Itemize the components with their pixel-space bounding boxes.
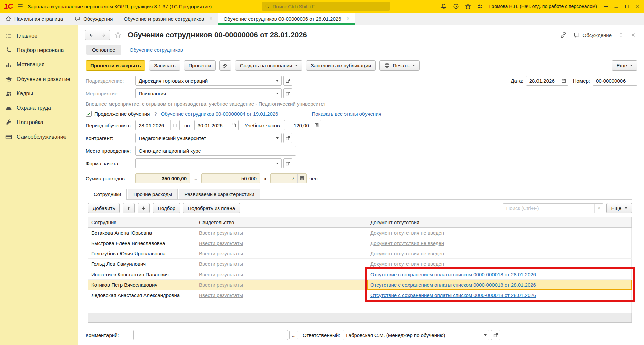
service-menu-icon[interactable]	[603, 4, 609, 9]
absence-document-link[interactable]: Отсутствие с сохранением оплаты списком …	[370, 282, 536, 288]
people-count-field[interactable]: 7	[270, 173, 307, 183]
tab-training-list[interactable]: Обучение и развитие сотрудников ×	[118, 13, 218, 25]
department-field[interactable]: Дирекция торговых операций	[135, 76, 282, 86]
grid-tab-employees[interactable]: Сотрудники	[88, 189, 127, 200]
help-icon[interactable]: ?	[154, 111, 157, 117]
dropdown-button[interactable]	[273, 133, 281, 143]
open-responsible-button[interactable]	[491, 330, 500, 340]
calendar-button[interactable]	[229, 120, 238, 130]
employee-cell[interactable]: Ледовская Анастасия Александровна	[88, 290, 196, 300]
more-menu-icon[interactable]	[618, 32, 624, 38]
hours-field[interactable]: 120,00	[284, 120, 321, 130]
enter-results-link[interactable]: Ввести результаты	[199, 261, 243, 267]
table-row-selected[interactable]: Котиков Петр Вячеславович Ввести результ…	[88, 280, 632, 290]
period-to-field[interactable]: 30.01.2026	[194, 120, 239, 130]
absence-cell[interactable]: Отсутствие с сохранением оплаты списком …	[367, 269, 632, 279]
get-link-icon[interactable]	[560, 32, 567, 38]
discussion-button[interactable]: Обсуждение	[573, 32, 612, 38]
history-icon[interactable]	[453, 3, 459, 10]
open-credit-form-button[interactable]	[283, 158, 292, 168]
certificate-cell[interactable]: Ввести результаты	[196, 269, 367, 279]
sidebar-item-motivation[interactable]: Мотивация	[0, 57, 78, 72]
certificate-cell[interactable]: Ввести результаты	[196, 259, 367, 269]
close-tab-icon[interactable]: ×	[209, 16, 212, 22]
close-form-icon[interactable]	[631, 32, 636, 38]
open-event-button[interactable]	[283, 88, 292, 98]
absence-cell[interactable]: Документ отсутствия не введен	[367, 238, 632, 248]
certificate-cell[interactable]: Ввести результаты	[196, 228, 367, 238]
grid-search[interactable]: ×	[503, 203, 603, 213]
enter-results-link[interactable]: Ввести результаты	[199, 240, 243, 246]
grid-tab-other-expenses[interactable]: Прочие расходы	[128, 189, 178, 199]
table-row[interactable]: Быстрова Елена Вячеславовна Ввести резул…	[88, 238, 632, 248]
subtab-training-link[interactable]: Обучение сотрудников	[130, 47, 183, 53]
discussions-users-icon[interactable]	[477, 3, 483, 10]
more-button[interactable]: Еще	[612, 60, 637, 71]
column-header-employee[interactable]: Сотрудник	[88, 217, 196, 227]
current-user[interactable]: Громова Н.П. (Нач. отд. по работе с перс…	[489, 4, 597, 9]
clear-search-icon[interactable]: ×	[594, 204, 603, 213]
notifications-icon[interactable]	[440, 3, 447, 10]
tab-training-document[interactable]: Обучение сотрудников 00-00000006 от 28.0…	[218, 13, 355, 25]
move-up-button[interactable]	[123, 203, 135, 213]
tab-discussions[interactable]: Обсуждения	[69, 13, 118, 25]
enter-results-link[interactable]: Ввести результаты	[199, 282, 243, 288]
enter-results-link[interactable]: Ввести результаты	[199, 230, 243, 236]
table-row[interactable]: Инокетиев Константин Павлович Ввести рез…	[88, 269, 632, 280]
event-field[interactable]: Психология	[135, 88, 282, 98]
column-header-absence[interactable]: Документ отсутствия	[367, 217, 632, 227]
back-button[interactable]	[85, 30, 97, 40]
sidebar-item-training[interactable]: Обучение и развитие	[0, 72, 78, 86]
absence-link[interactable]: Документ отсутствия не введен	[370, 240, 444, 246]
absence-link[interactable]: Документ отсутствия не введен	[370, 261, 444, 267]
absence-cell[interactable]: Документ отсутствия не введен	[367, 259, 632, 269]
employee-cell[interactable]: Котиков Петр Вячеславович	[88, 280, 196, 290]
post-button[interactable]: Провести	[184, 60, 216, 71]
responsible-field[interactable]: Габровская С.М. (Менеджер по обучению)	[343, 330, 489, 340]
amount-total-field[interactable]: 350 000,00	[135, 173, 190, 183]
table-row[interactable]: Гольд Лев Самуилович Ввести результаты Д…	[88, 259, 632, 269]
absence-cell[interactable]: Отсутствие с сохранением оплаты списком …	[367, 290, 632, 300]
close-window-icon[interactable]	[634, 4, 640, 9]
date-field[interactable]: 28.01.2026	[526, 76, 568, 86]
previous-training-link[interactable]: Обучение сотрудников 00-00000004 от 19.0…	[161, 111, 278, 117]
certificate-cell[interactable]: Ввести результаты	[196, 248, 367, 258]
credit-form-field[interactable]	[135, 158, 282, 168]
forward-button[interactable]	[97, 30, 110, 40]
calendar-button[interactable]	[559, 76, 568, 85]
tab-home[interactable]: Начальная страница	[0, 13, 69, 25]
add-to-favorites-button[interactable]	[114, 31, 122, 39]
enter-results-link[interactable]: Ввести результаты	[199, 292, 243, 298]
sidebar-item-main[interactable]: Главное	[0, 29, 78, 43]
dropdown-button[interactable]	[481, 330, 489, 340]
add-row-button[interactable]: Добавить	[88, 203, 120, 213]
absence-document-link[interactable]: Отсутствие с сохранением оплаты списком …	[370, 292, 536, 298]
employee-cell[interactable]: Гольд Лев Самуилович	[88, 259, 196, 269]
open-contractor-button[interactable]	[283, 133, 292, 143]
fill-from-publication-button[interactable]: Заполнить из публикации	[306, 60, 376, 71]
main-menu-icon[interactable]	[17, 3, 24, 10]
save-button[interactable]: Записать	[149, 60, 180, 71]
post-and-close-button[interactable]: Провести и закрыть	[86, 60, 145, 71]
employee-cell[interactable]: Голозубова Юлия Ярославовна	[88, 248, 196, 258]
minimize-icon[interactable]	[613, 4, 619, 9]
absence-link[interactable]: Документ отсутствия не введен	[370, 230, 444, 236]
comment-input[interactable]	[133, 330, 288, 340]
sidebar-item-labor-safety[interactable]: Охрана труда	[0, 101, 78, 115]
table-row[interactable]: Голозубова Юлия Ярославовна Ввести резул…	[88, 248, 632, 259]
absence-link[interactable]: Документ отсутствия не введен	[370, 251, 444, 256]
grid-search-input[interactable]	[503, 205, 594, 211]
show-all-stages-link[interactable]: Показать все этапы обучения	[312, 111, 381, 117]
dropdown-button[interactable]	[273, 159, 281, 168]
sidebar-item-settings[interactable]: Настройка	[0, 115, 78, 130]
open-department-button[interactable]	[283, 76, 292, 86]
table-row[interactable]: Ледовская Анастасия Александровна Ввести…	[88, 290, 632, 300]
grid-more-button[interactable]: Еще	[606, 203, 632, 213]
certificate-cell[interactable]: Ввести результаты	[196, 238, 367, 248]
close-tab-icon[interactable]: ×	[347, 16, 350, 22]
certificate-cell[interactable]: Ввести результаты	[196, 290, 367, 300]
absence-cell[interactable]: Документ отсутствия не введен	[367, 228, 632, 238]
absence-document-link[interactable]: Отсутствие с сохранением оплаты списком …	[370, 272, 536, 277]
period-from-field[interactable]: 28.01.2026	[135, 120, 180, 130]
create-based-on-button[interactable]: Создать на основании	[235, 60, 303, 71]
